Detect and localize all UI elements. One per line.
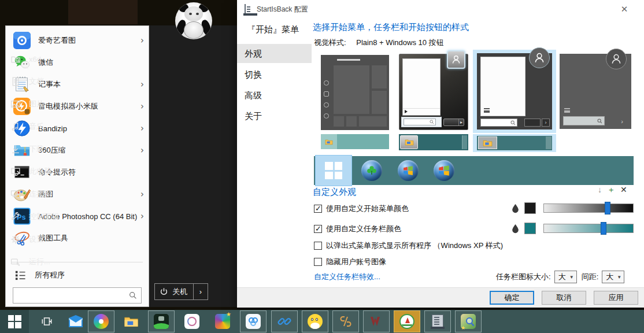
user-avatar[interactable] [175, 2, 212, 39]
task-view-button[interactable] [34, 310, 60, 332]
start-button-win10-selected[interactable] [315, 155, 352, 186]
windows-logo-icon [8, 315, 21, 328]
place-label: 图片 [29, 99, 44, 109]
start-menu-color-slider-handle[interactable] [605, 202, 610, 214]
place-item-music[interactable]: 音乐 [10, 117, 86, 136]
option-label: 使用自定义开始菜单颜色 [326, 204, 409, 214]
option-xp-style-all-programs[interactable]: 以弹出式菜单形式显示所有程序 （Windows XP 样式) [314, 240, 503, 251]
place-label: 音乐 [29, 121, 44, 132]
scheme-actions: ↓ ＋ ✕ [598, 185, 627, 195]
style-preview-aero[interactable]: ▸ [399, 54, 468, 130]
option-custom-start-menu-color[interactable]: 使用自定义开始菜单颜色 [314, 204, 409, 214]
checkbox[interactable] [314, 225, 322, 233]
blue-loops-app-icon [246, 314, 261, 329]
search-input[interactable] [13, 288, 129, 302]
program-label: 爱奇艺看图 [38, 35, 76, 46]
droplet-icon [512, 224, 519, 234]
tab-appearance[interactable]: 外观 [237, 44, 312, 63]
taskbar-preview-aero[interactable] [399, 134, 468, 150]
place-item-this-pc[interactable]: 此电脑 [10, 162, 86, 181]
program-item[interactable]: 爱奇艺看图 › [6, 29, 149, 51]
browser-app-button[interactable] [88, 310, 114, 332]
place-item-user-folder[interactable]: x6d [10, 50, 86, 68]
windows-logo-icon [325, 162, 342, 179]
icon-size-label: 任务栏图标大小: [496, 272, 551, 282]
place-item-settings[interactable]: 设置 [10, 230, 86, 249]
green-app-icon [154, 314, 169, 329]
taskbar-color-slider[interactable] [543, 224, 634, 233]
link-app-button[interactable] [271, 310, 298, 332]
place-label: 运行... [29, 257, 50, 267]
submenu-chevron-icon: › [140, 123, 144, 134]
style-preview-plain-dark[interactable]: › [560, 54, 631, 129]
droplet-icon [512, 204, 519, 213]
file-explorer-button[interactable] [118, 310, 145, 332]
close-icon[interactable]: ✕ [619, 3, 630, 15]
icon-size-dropdown[interactable]: 大 ▼ [554, 271, 577, 283]
remove-scheme-icon[interactable]: ✕ [620, 185, 627, 195]
customize-taskbar-fx-link[interactable]: 自定义任务栏特效... [314, 272, 380, 282]
desktop-wallpaper-patch [68, 0, 138, 24]
colorful-tools-app-button[interactable] [209, 310, 236, 332]
red-w-app-button[interactable] [363, 310, 390, 332]
start-menu-search-box[interactable] [13, 287, 142, 304]
taskbar [0, 310, 644, 333]
orange-badge-app-button[interactable] [394, 310, 420, 332]
startisback-config-window: StartIsBack 配置 ✕ 『开始』菜单 外观 切换 高级 关于 选择开始… [237, 0, 644, 308]
checkbox[interactable] [314, 205, 322, 213]
place-item-connect-to[interactable]: 连接到 [10, 185, 86, 204]
tab-about[interactable]: 关于 [237, 106, 312, 125]
taskbar-preview-plain[interactable] [477, 136, 552, 150]
place-item-documents[interactable]: 文档 [10, 72, 86, 91]
desktop: 爱奇艺看图 › 微信 › 记事本 › 雷电模拟器小米版 › Bandizip [0, 0, 644, 333]
blue-loops-app-button[interactable] [240, 310, 267, 332]
search-icon [129, 291, 137, 299]
place-item-pictures[interactable]: 图片 [10, 95, 86, 113]
add-scheme-icon[interactable]: ＋ [607, 185, 615, 195]
place-label: 此电脑 [29, 166, 51, 177]
shutdown-label: 关机 [172, 287, 187, 297]
start-button[interactable] [0, 310, 29, 333]
chevron-down-icon: ▼ [617, 275, 621, 280]
mail-app-button[interactable] [62, 310, 89, 332]
submenu-chevron-icon: › [140, 79, 144, 90]
taskbar-color-swatch[interactable] [524, 223, 536, 234]
checkbox[interactable] [314, 242, 322, 250]
startisback-taskbar-button[interactable] [424, 310, 451, 332]
option-custom-taskbar-color[interactable]: 使用自定义任务栏颜色 [314, 224, 401, 234]
shutdown-options-arrow[interactable]: › [193, 284, 208, 299]
map-tools-app-button[interactable] [455, 310, 482, 332]
place-item-control-panel[interactable]: 控制面板 [10, 208, 86, 226]
start-button-win7-orb[interactable] [398, 160, 419, 181]
place-item-downloads[interactable]: 下载 [10, 140, 86, 158]
apply-button[interactable]: 应用 [594, 291, 638, 305]
shutdown-button[interactable]: 关机 › [154, 283, 208, 300]
chick-app-button[interactable] [302, 310, 328, 332]
tab-advanced[interactable]: 高级 [237, 86, 312, 105]
chick-app-icon [308, 314, 323, 329]
submenu-chevron-icon: › [140, 35, 144, 46]
start-menu-color-slider[interactable] [543, 204, 634, 213]
white-ring-app-button[interactable] [179, 310, 205, 332]
checkbox[interactable] [314, 258, 322, 266]
green-app-button[interactable] [148, 310, 175, 332]
folder-icon [483, 139, 493, 147]
start-button-vista-orb[interactable] [434, 160, 454, 181]
option-hide-user-picture[interactable]: 隐藏用户账号图像 [314, 257, 386, 267]
orange-logo-app-button[interactable] [332, 310, 359, 332]
start-menu-color-swatch[interactable] [524, 202, 536, 214]
cancel-button[interactable]: 取消 [542, 291, 586, 305]
taskbar-color-slider-handle[interactable] [601, 222, 606, 235]
style-preview-plain-selected[interactable]: › [477, 53, 552, 130]
style-preview-win10[interactable] [321, 55, 389, 130]
spacing-dropdown[interactable]: 大 ▼ [602, 271, 624, 283]
taskbar-preview-win10[interactable] [321, 134, 389, 149]
start-button-clover-orb[interactable] [361, 160, 382, 181]
sidebar-header: 『开始』菜单 [247, 24, 299, 35]
ok-button[interactable]: 确定 [490, 291, 534, 305]
export-scheme-icon[interactable]: ↓ [598, 185, 602, 195]
task-view-icon [40, 315, 53, 328]
place-item-run[interactable]: 运行... [10, 253, 86, 271]
search-icon [430, 120, 434, 124]
tab-switching[interactable]: 切换 [237, 65, 312, 84]
